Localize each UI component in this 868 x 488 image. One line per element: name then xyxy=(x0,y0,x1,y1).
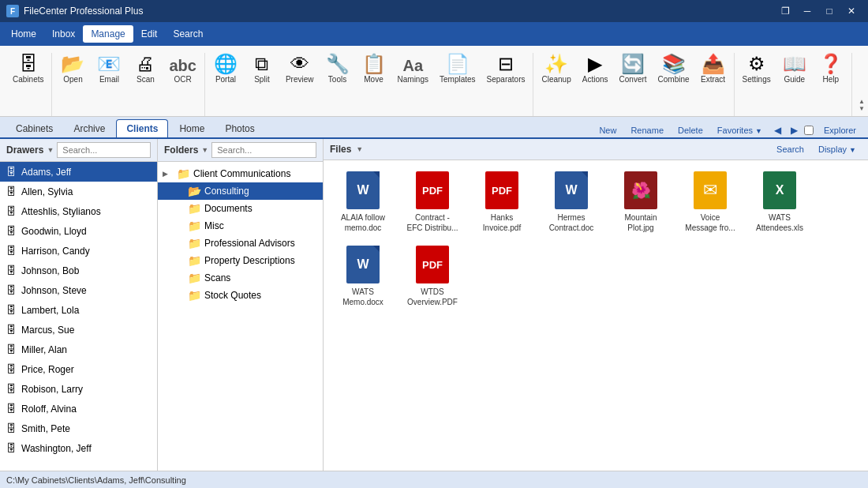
explorer-checkbox[interactable] xyxy=(804,126,814,135)
restore-button[interactable]: ❐ xyxy=(775,3,795,19)
ribbon-btn-scan[interactable]: 🖨 Scan xyxy=(128,53,163,85)
folder-item-scans[interactable]: 📁 Scans xyxy=(158,269,323,287)
folder-name: Documents xyxy=(204,203,253,214)
drawers-arrow[interactable]: ▼ xyxy=(47,146,54,154)
explorer-button[interactable]: Explorer xyxy=(818,123,862,137)
drawer-item-miller[interactable]: 🗄 Miller, Alan xyxy=(0,340,157,359)
drawer-item-adams-jeff[interactable]: 🗄 Adams, Jeff xyxy=(0,162,157,182)
tab-cabinets[interactable]: Cabinets xyxy=(6,120,62,137)
drawer-item-goodwin[interactable]: 🗄 Goodwin, Lloyd xyxy=(0,221,157,241)
file-name: WATSAttendees.xls xyxy=(756,212,803,233)
menu-home[interactable]: Home xyxy=(3,25,44,43)
drawer-item-allen-sylvia[interactable]: 🗄 Allen, Sylvia xyxy=(0,182,157,201)
title-bar: F FileCenter Professional Plus ❐ ─ □ ✕ xyxy=(0,0,868,22)
ribbon-scroll-down[interactable]: ▼ xyxy=(859,105,865,113)
drawer-item-smith[interactable]: 🗄 Smith, Pete xyxy=(0,419,157,438)
folder-item-consulting[interactable]: 📂 Consulting xyxy=(158,182,323,200)
ribbon-scroll[interactable]: ▲ ▼ xyxy=(859,98,865,113)
extract-icon: 📤 xyxy=(702,54,725,73)
ribbon-btn-cleanup[interactable]: ✨ Cleanup xyxy=(537,53,575,85)
tools-label: Tools xyxy=(328,75,346,84)
ribbon-btn-guide[interactable]: 📖 Guide xyxy=(777,53,812,85)
drawer-item-price[interactable]: 🗄 Price, Roger xyxy=(0,359,157,379)
move-icon: 📋 xyxy=(362,54,386,73)
folder-item-documents[interactable]: 📁 Documents xyxy=(158,200,323,217)
ribbon-btn-settings[interactable]: ⚙ Settings xyxy=(738,53,776,85)
favorites-button[interactable]: Favorites ▼ xyxy=(712,123,768,137)
drawer-item-johnson-bob[interactable]: 🗄 Johnson, Bob xyxy=(0,261,157,280)
ribbon-btn-open[interactable]: 📂 Open xyxy=(55,53,90,85)
ribbon-btn-ocr[interactable]: abc OCR xyxy=(164,56,200,85)
drawer-item-label: Miller, Alan xyxy=(21,344,67,355)
file-item-contract-efc[interactable]: PDF Contract -EFC Distribu... xyxy=(401,168,464,236)
folders-title: Folders xyxy=(164,145,198,156)
close-button[interactable]: ✕ xyxy=(841,3,862,19)
file-item-mountain-plot[interactable]: 🌺 MountainPlot.jpg xyxy=(609,168,672,236)
files-search-button[interactable]: Search xyxy=(771,142,810,156)
open-label: Open xyxy=(63,75,82,84)
ribbon-btn-portal[interactable]: 🌐 Portal xyxy=(208,53,243,85)
file-item-wats-attendees[interactable]: X WATSAttendees.xls xyxy=(748,168,811,236)
file-item-hanks-invoice[interactable]: PDF HanksInvoice.pdf xyxy=(470,168,533,236)
ribbon-btn-extract[interactable]: 📤 Extract xyxy=(696,53,731,85)
menu-edit[interactable]: Edit xyxy=(133,25,166,43)
ribbon-btn-combine[interactable]: 📚 Combine xyxy=(653,53,694,85)
menu-inbox[interactable]: Inbox xyxy=(44,25,83,43)
file-item-alaia[interactable]: W ALAIA followmemo.doc xyxy=(331,168,395,236)
menu-search[interactable]: Search xyxy=(165,25,211,43)
rename-button[interactable]: Rename xyxy=(625,123,669,137)
folder-item-property-descriptions[interactable]: 📁 Property Descriptions xyxy=(158,252,323,269)
ribbon-btn-tools[interactable]: 🔧 Tools xyxy=(320,53,355,85)
tab-archive[interactable]: Archive xyxy=(64,120,114,137)
drawer-item-johnson-steve[interactable]: 🗄 Johnson, Steve xyxy=(0,280,157,300)
file-item-wtds-overview[interactable]: PDF WTDSOverview.PDF xyxy=(401,242,464,310)
ribbon-btn-move[interactable]: 📋 Move xyxy=(357,53,391,85)
file-item-wats-memo[interactable]: W WATSMemo.docx xyxy=(331,242,395,310)
tab-nav-prev[interactable]: ◀ xyxy=(771,123,784,137)
file-item-voice-message[interactable]: ✉ VoiceMessage fro... xyxy=(679,168,742,236)
drawer-cabinet-icon: 🗄 xyxy=(6,324,17,336)
ribbon-btn-namings[interactable]: Aa Namings xyxy=(393,56,433,85)
ribbon-btn-convert[interactable]: 🔄 Convert xyxy=(615,53,652,85)
drawer-item-washington[interactable]: 🗄 Washington, Jeff xyxy=(0,438,157,458)
portal-label: Portal xyxy=(215,75,236,84)
ribbon-btn-split[interactable]: ⧉ Split xyxy=(245,53,279,85)
folder-item-client-comms[interactable]: ▶ 📁 Client Communications xyxy=(158,165,323,182)
folder-item-stock-quotes[interactable]: 📁 Stock Quotes xyxy=(158,287,323,304)
files-display-button[interactable]: Display ▼ xyxy=(813,142,862,156)
folder-item-misc[interactable]: 📁 Misc xyxy=(158,217,323,235)
drawer-item-atteshlis[interactable]: 🗄 Atteshlis, Stylianos xyxy=(0,201,157,221)
tab-nav-next[interactable]: ▶ xyxy=(788,123,801,137)
ribbon-btn-templates[interactable]: 📄 Templates xyxy=(435,53,481,85)
ribbon-btn-preview[interactable]: 👁 Preview xyxy=(281,53,319,85)
delete-button[interactable]: Delete xyxy=(672,123,709,137)
ribbon-scroll-up[interactable]: ▲ xyxy=(859,98,865,106)
tab-photos[interactable]: Photos xyxy=(215,120,264,137)
folder-item-professional-advisors[interactable]: 📁 Professional Advisors xyxy=(158,235,323,252)
tab-home[interactable]: Home xyxy=(170,120,214,137)
tab-clients[interactable]: Clients xyxy=(116,119,168,137)
folder-name: Professional Advisors xyxy=(204,238,295,249)
drawer-item-label: Johnson, Steve xyxy=(21,285,87,296)
drawers-search-input[interactable] xyxy=(57,142,151,158)
folders-arrow[interactable]: ▼ xyxy=(201,146,208,154)
ribbon-btn-email[interactable]: 📧 Email xyxy=(92,53,126,85)
drawer-item-lambert[interactable]: 🗄 Lambert, Lola xyxy=(0,300,157,320)
drawers-list: 🗄 Adams, Jeff 🗄 Allen, Sylvia 🗄 Atteshli… xyxy=(0,162,157,471)
menu-manage[interactable]: Manage xyxy=(83,25,133,43)
ribbon-btn-help[interactable]: ❓ Help xyxy=(814,53,848,85)
maximize-button[interactable]: □ xyxy=(819,3,840,19)
file-item-hermes-contract[interactable]: W HermesContract.doc xyxy=(540,168,603,236)
new-button[interactable]: New xyxy=(593,123,622,137)
drawer-item-marcus[interactable]: 🗄 Marcus, Sue xyxy=(0,320,157,340)
folders-search-input[interactable] xyxy=(211,142,316,158)
files-arrow[interactable]: ▼ xyxy=(356,145,363,153)
ribbon-btn-separators[interactable]: ⊟ Separators xyxy=(482,53,530,85)
ribbon-btn-cabinets[interactable]: 🗄 Cabinets xyxy=(8,53,48,85)
drawer-item-harrison[interactable]: 🗄 Harrison, Candy xyxy=(0,241,157,261)
split-icon: ⧉ xyxy=(255,54,268,73)
drawer-item-roloff[interactable]: 🗄 Roloff, Alvina xyxy=(0,399,157,419)
ribbon-btn-actions[interactable]: ▶ Actions xyxy=(578,53,613,85)
drawer-item-robison[interactable]: 🗄 Robison, Larry xyxy=(0,379,157,399)
minimize-button[interactable]: ─ xyxy=(797,3,817,19)
